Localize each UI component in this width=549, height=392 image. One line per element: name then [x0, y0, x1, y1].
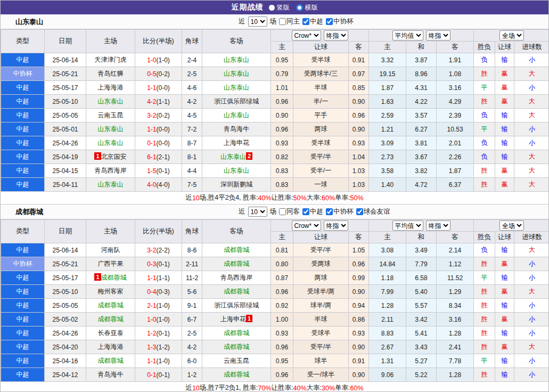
fulltime-score: 1-2	[147, 330, 156, 337]
team-name: 北京国安	[101, 153, 127, 160]
handicap-home-odds-cell: 0.83	[271, 178, 293, 192]
match-row: 中超25-04-15青岛西海岸1-5(0-1)4-4山东泰山0.83受半/一1.…	[1, 164, 549, 178]
filter-checkbox-同主[interactable]: 同主	[279, 17, 300, 26]
team-name: 山东泰山	[220, 153, 246, 160]
fullmatch-select[interactable]: 全场	[499, 220, 524, 231]
radio-horizontal-layout[interactable]: 横版	[296, 3, 318, 12]
fulltime-score: 1-1	[147, 126, 156, 133]
home-team-cell: 天津津门虎	[86, 53, 135, 67]
fulltime-score: 1-0	[147, 316, 156, 323]
match-date-cell: 25-04-26	[45, 136, 86, 150]
average-odds-select[interactable]: 平均值	[392, 30, 423, 40]
handicap-away-odds-cell: 0.90	[349, 368, 369, 382]
handicap-result-cell: 赢	[495, 67, 514, 81]
away-team-cell: 成都蓉城	[202, 285, 271, 299]
corner-cell: 5-6	[182, 285, 202, 299]
checkbox-input[interactable]	[326, 208, 333, 215]
away-team-cell: 山东泰山	[202, 109, 271, 123]
euro-draw-odds-cell: 5.41	[406, 326, 437, 340]
radio-selected-icon[interactable]	[296, 4, 303, 11]
away-team-cell: 云南玉昆	[202, 354, 271, 368]
match-row: 中超25-04-11山东泰山4-0(4-0)7-5深圳新鹏城0.83一球1.03…	[1, 178, 549, 192]
handicap-away-odds-cell: 0.85	[349, 81, 369, 95]
checkbox-label: 中超	[310, 207, 323, 216]
corner-cell: 2-4	[182, 53, 202, 67]
fulltime-score: 1-1	[147, 357, 156, 365]
away-team-cell: 成都蓉城	[202, 326, 271, 340]
filter-checkbox-球会友谊[interactable]: 球会友谊	[356, 207, 390, 216]
subcol-handicap-home: 主	[271, 232, 293, 243]
filter-checkbox-中超[interactable]: 中超	[302, 207, 323, 216]
goals-result-cell: 大	[514, 150, 549, 164]
handicap-line-cell: 受球半	[293, 326, 349, 340]
final-euro-odds-select[interactable]: 终指	[426, 220, 450, 231]
team-name: 成都蓉城	[98, 357, 124, 364]
checkbox-input[interactable]	[326, 18, 333, 25]
euro-away-odds-cell: 1.12	[437, 257, 474, 271]
average-odds-select[interactable]: 平均值	[392, 220, 423, 231]
checkbox-input[interactable]	[279, 208, 286, 215]
final-odds-select[interactable]: 终指	[324, 30, 348, 40]
checkbox-input[interactable]	[279, 18, 286, 25]
bookmaker-select[interactable]: Crow*	[292, 30, 321, 40]
checkbox-label: 球会友谊	[364, 207, 390, 216]
home-team-cell: 山东泰山	[86, 123, 135, 136]
home-team-cell: 上海海港	[86, 340, 135, 354]
score-cell: 0-1(0-1)	[135, 368, 182, 382]
fulltime-score: 6-1	[147, 153, 156, 161]
euro-home-odds-cell: 1.18	[369, 271, 406, 285]
subcol-handicap-away: 客	[349, 232, 369, 243]
euro-away-odds-cell: 3.16	[437, 81, 474, 95]
match-row: 中超25-05-171成都蓉城1-1(1-1)11-2青岛西海岸0.87两球0.…	[1, 271, 549, 285]
checkbox-label: 中协杯	[333, 17, 354, 26]
checkbox-input[interactable]	[302, 18, 309, 25]
score-cell: 2-1(1-0)	[135, 299, 182, 313]
final-odds-select[interactable]: 终指	[324, 220, 348, 231]
match-type-cell: 中超	[1, 123, 45, 136]
team-name: 广西平果	[98, 260, 124, 267]
fullmatch-select[interactable]: 全场	[499, 30, 524, 40]
recent-count-select[interactable]: 10	[248, 207, 267, 217]
summary-segment: 10	[192, 385, 200, 392]
fulltime-score: 2-1	[147, 302, 156, 309]
summary-segment: 让胜率:	[272, 193, 293, 202]
checkbox-input[interactable]	[302, 208, 309, 215]
halftime-score: (0-2)	[157, 112, 170, 119]
summary-segment: 大率:	[307, 193, 322, 202]
summary-segment: 近	[185, 383, 192, 392]
handicap-line-cell: 半/一	[293, 95, 349, 109]
goals-result-cell: 小	[514, 81, 549, 95]
euro-draw-odds-cell: 8.96	[406, 67, 437, 81]
match-date-cell: 25-05-01	[45, 123, 86, 136]
filter-checkbox-中协杯[interactable]: 中协杯	[326, 17, 354, 26]
radio-unselected-icon[interactable]	[269, 5, 275, 11]
team-name: 山东泰山	[224, 84, 249, 91]
col-header-corner: 角球	[182, 30, 202, 53]
match-row: 中超25-05-01山东泰山1-1(0-0)7-2青岛海牛0.96两球0.901…	[1, 123, 549, 136]
handicap-line-cell: 受半球	[293, 53, 349, 67]
handicap-home-odds-cell: 0.96	[271, 123, 293, 136]
euro-away-odds-cell: 2.26	[437, 150, 474, 164]
match-date-cell: 25-05-10	[45, 285, 86, 299]
home-team-cell: 1北京国安	[86, 150, 135, 164]
filter-checkbox-中协杯[interactable]: 中协杯	[326, 207, 354, 216]
team-name: 山东泰山	[98, 139, 124, 146]
checkbox-input[interactable]	[356, 208, 363, 215]
euro-draw-odds-cell: 3.57	[406, 109, 437, 123]
euro-away-odds-cell: 2.01	[437, 136, 474, 150]
team-name: 山东泰山	[98, 97, 124, 105]
recent-count-select[interactable]: 10	[248, 17, 267, 27]
filter-checkbox-中超[interactable]: 中超	[302, 17, 323, 26]
bookmaker-select[interactable]: Crow*	[292, 220, 321, 231]
handicap-home-odds-cell: 0.90	[271, 109, 293, 123]
away-team-cell: 成都蓉城	[202, 257, 271, 271]
radio-vertical-layout[interactable]: 竖版	[269, 3, 290, 12]
match-date-cell: 25-05-21	[45, 257, 86, 271]
winlose-result-cell: 平	[474, 354, 495, 368]
games-label: 场	[270, 207, 277, 216]
away-team-cell: 山东泰山	[202, 164, 271, 178]
col-header-corner: 角球	[182, 220, 202, 243]
handicap-away-odds-cell: 1.03	[349, 178, 369, 192]
final-euro-odds-select[interactable]: 终指	[426, 30, 450, 40]
filter-checkbox-同客[interactable]: 同客	[279, 207, 300, 216]
